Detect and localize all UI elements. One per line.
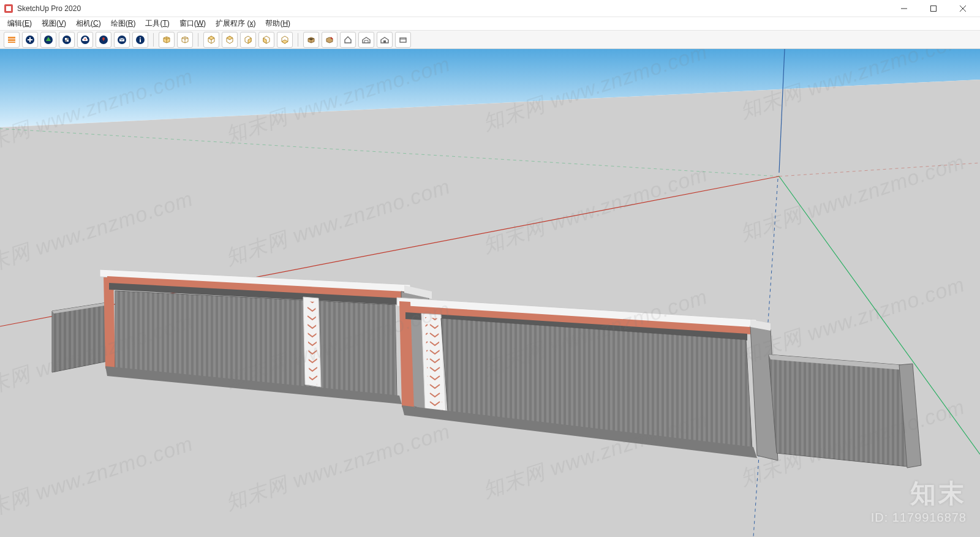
svg-rect-24 [400,38,406,42]
scene-canvas[interactable] [0,49,980,537]
components-icon[interactable] [303,32,319,48]
svg-rect-23 [383,40,386,43]
app-icon [4,4,13,13]
front-view-icon[interactable] [240,32,256,48]
menu-view[interactable]: 视图(V) [37,17,71,30]
menu-help[interactable]: 帮助(H) [260,17,295,30]
svg-rect-15 [67,40,69,42]
iso-view-icon[interactable] [203,32,219,48]
svg-rect-1 [6,6,11,11]
svg-rect-22 [140,39,141,42]
fence-segment-far-left[interactable] [52,302,109,372]
component-edit-icon[interactable] [322,32,337,48]
titlebar: SketchUp Pro 2020 [0,0,980,17]
menu-camera[interactable]: 相机(C) [71,17,106,30]
materials-icon[interactable] [59,32,75,48]
svg-rect-3 [931,6,937,11]
home-icon[interactable] [340,32,356,48]
toolbar [0,31,980,49]
svg-rect-6 [8,37,15,39]
tree-icon[interactable] [40,32,56,48]
window-title: SketchUp Pro 2020 [17,4,891,13]
fence-segment-far-right[interactable] [769,355,921,468]
svg-marker-54 [769,355,908,467]
menu-draw[interactable]: 绘图(R) [106,17,141,30]
toolbar-separator [198,33,198,47]
close-button[interactable] [949,0,976,17]
toolbar-separator [298,33,298,47]
maximize-button[interactable] [920,0,947,17]
svg-rect-13 [67,38,69,40]
warehouse-icon[interactable] [358,32,374,48]
menu-tools[interactable]: 工具(T) [140,17,174,30]
layers-icon[interactable] [4,32,20,48]
back-view-icon[interactable] [277,32,293,48]
face-front-icon[interactable] [159,32,175,48]
menu-window[interactable]: 窗口(W) [175,17,211,30]
minimize-button[interactable] [891,0,918,17]
svg-point-21 [140,37,141,39]
top-view-icon[interactable] [222,32,238,48]
info-icon[interactable] [132,32,148,48]
mail-icon[interactable] [114,32,130,48]
right-view-icon[interactable] [258,32,274,48]
add-icon[interactable] [22,32,38,48]
viewport[interactable]: 知末网 www.znzmo.com 知末网 www.znzmo.com 知末网 … [0,49,980,537]
box-icon[interactable] [395,32,411,48]
cloud-upload-icon[interactable] [77,32,93,48]
face-back-icon[interactable] [177,32,193,48]
toolbar-separator [153,33,154,47]
svg-marker-29 [52,302,107,372]
svg-rect-7 [8,39,15,41]
window-controls [891,0,976,17]
menu-edit[interactable]: 编辑(E) [2,17,37,30]
svg-rect-12 [65,38,67,40]
pin-icon[interactable] [96,32,111,48]
svg-rect-14 [65,40,67,42]
svg-rect-8 [8,42,15,43]
warehouse-alt-icon[interactable] [377,32,393,48]
menu-extensions[interactable]: 扩展程序 (x) [211,17,260,30]
menubar: 编辑(E) 视图(V) 相机(C) 绘图(R) 工具(T) 窗口(W) 扩展程序… [0,17,980,31]
